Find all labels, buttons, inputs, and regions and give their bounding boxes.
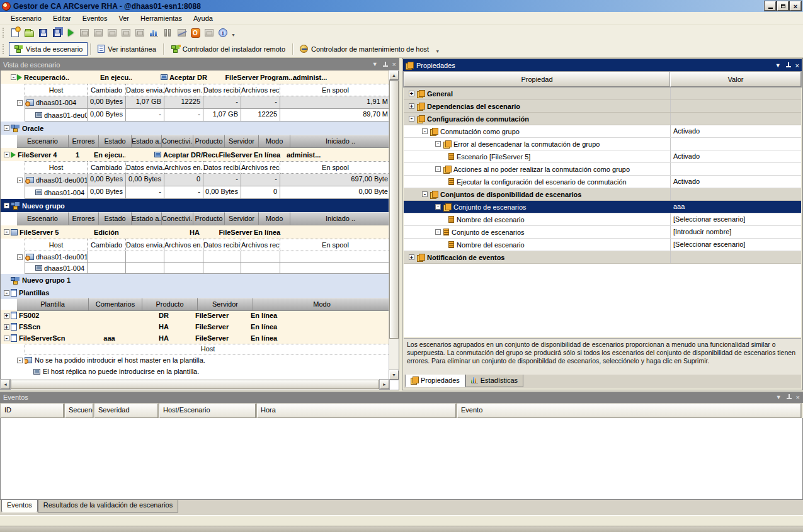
restore-data-icon[interactable] <box>92 27 105 38</box>
horizontal-scrollbar[interactable]: ◄ ► <box>1 380 389 390</box>
property-row-error-desencadenar[interactable]: Error al desencadenar la conmutación de … <box>404 138 801 150</box>
host-row-dhaas01-deu001[interactable]: dhaas01-deu001 <box>1 251 389 263</box>
host-row-dhaas01-deu001[interactable]: dhaas01-deu001 0,00 Bytes0,00 Bytes0--69… <box>1 174 389 186</box>
new-scenario-icon[interactable] <box>9 27 21 38</box>
expand-icon[interactable] <box>4 152 9 157</box>
property-row-ejecutar-configuracion[interactable]: Ejecutar la configuración del escenario … <box>404 176 801 188</box>
group-row-oracle[interactable]: Oracle <box>1 122 389 135</box>
events-list[interactable] <box>0 418 803 500</box>
stop-icon[interactable]: O <box>189 27 202 38</box>
column-valor[interactable]: Valor <box>670 72 801 87</box>
template-row-fileserverscn[interactable]: FileServerScn aaa HA FileServer En línea <box>1 332 389 344</box>
expand-icon[interactable] <box>17 100 23 106</box>
vertical-scrollbar[interactable]: ▲ ▼ <box>389 71 399 380</box>
property-row-notificacion-eventos[interactable]: Notificación de eventos <box>404 251 801 264</box>
expand-icon[interactable] <box>409 103 414 109</box>
scroll-up-icon[interactable]: ▲ <box>389 71 399 80</box>
expand-icon[interactable] <box>17 254 23 260</box>
host-row-dhaas01-004[interactable]: dhaas01-004 0,00 Bytes--0,00 Bytes00,00 … <box>1 186 389 199</box>
panel-menu-icon[interactable]: ▼ <box>776 395 782 400</box>
scenario-row-recuperacion[interactable]: Recuperació... En ejecu... Aceptar DR Fi… <box>1 71 389 84</box>
host-maintenance-icon[interactable] <box>203 27 215 38</box>
restore-button[interactable] <box>777 1 789 11</box>
run-icon[interactable] <box>64 27 77 38</box>
minimize-button[interactable] <box>765 1 776 11</box>
property-row-nombre-escenario-1[interactable]: Nombre del escenario [Seleccionar escena… <box>404 213 801 226</box>
close-button[interactable]: × <box>790 1 801 11</box>
expand-icon[interactable] <box>435 166 441 172</box>
menu-ver[interactable]: Ver <box>113 13 135 23</box>
view-toolbar-overflow-icon[interactable]: ▼ <box>434 43 441 55</box>
info-icon[interactable]: i <box>217 27 229 38</box>
expand-icon[interactable] <box>17 178 23 183</box>
menu-eventos[interactable]: Eventos <box>77 13 113 23</box>
template-row-fsscn[interactable]: FSScn HA FileServer En línea <box>1 321 389 332</box>
property-row-escenario-fileserver5[interactable]: Escenario [FileServer 5] Activado <box>404 150 801 163</box>
pin-icon[interactable] <box>382 62 388 68</box>
suspend-icon[interactable] <box>161 27 174 38</box>
template-message-master[interactable]: No se ha podido introducir el host maste… <box>1 354 389 366</box>
panel-menu-icon[interactable]: ▼ <box>775 63 781 69</box>
statistics-icon[interactable] <box>147 27 160 38</box>
property-row-dependencias[interactable]: Dependencias del escenario <box>404 100 801 113</box>
host-row-dhaas01-deu001[interactable]: dhaas01-deu001 0,00 Bytes--1,07 GB122258… <box>1 109 389 122</box>
expand-icon[interactable] <box>17 358 23 363</box>
expand-icon[interactable] <box>4 336 9 341</box>
view-button-ver-instantanea[interactable]: Ver instantánea <box>93 42 160 56</box>
expand-icon[interactable] <box>409 116 414 122</box>
property-row-conjunto-escenarios-2[interactable]: Conjunto de escenarios [Introducir nombr… <box>404 226 801 239</box>
menu-escenario[interactable]: Escenario <box>5 13 47 23</box>
expand-icon[interactable] <box>409 91 414 96</box>
column-severidad[interactable]: Severidad <box>94 404 158 418</box>
replica-integrity-icon[interactable] <box>120 27 132 38</box>
panel-menu-icon[interactable]: ▼ <box>372 62 378 67</box>
expand-icon[interactable] <box>4 324 9 330</box>
column-evento[interactable]: Evento <box>457 404 801 418</box>
pin-icon[interactable] <box>785 62 791 69</box>
expand-icon[interactable] <box>435 141 441 147</box>
tab-estadisticas[interactable]: Estadísticas <box>465 375 523 387</box>
expand-icon[interactable] <box>409 254 414 260</box>
tab-resultados-validacion[interactable]: Resultados de la validación de escenario… <box>38 500 178 512</box>
property-row-acciones[interactable]: Acciones al no poder realizar la conmuta… <box>404 163 801 176</box>
synchronize-icon[interactable] <box>78 27 91 38</box>
scrollbar-thumb[interactable] <box>389 81 399 339</box>
group-row-nuevo-grupo[interactable]: Nuevo grupo <box>1 199 389 212</box>
expand-icon[interactable] <box>435 204 441 210</box>
view-button-vista-de-escenario[interactable]: Vista de escenario <box>9 42 88 56</box>
tab-propiedades[interactable]: Propiedades <box>405 375 465 387</box>
expand-icon[interactable] <box>4 313 9 319</box>
expand-icon[interactable] <box>4 203 9 208</box>
scenario-row-fileserver-5[interactable]: FileServer 5 Edición HA FileServer En lí… <box>1 225 389 239</box>
group-row-nuevo-grupo-1[interactable]: Nuevo grupo 1 <box>1 274 389 286</box>
property-row-general[interactable]: General <box>404 88 801 100</box>
pin-icon[interactable] <box>786 394 792 400</box>
template-row-fs002[interactable]: FS002 DR FileServer En línea <box>1 310 389 321</box>
column-secuencia[interactable]: Secuenc▽ <box>65 404 93 418</box>
panel-close-icon[interactable]: × <box>795 63 799 69</box>
panel-close-icon[interactable]: × <box>392 62 396 67</box>
template-message-replica[interactable]: El host réplica no puede introducirse en… <box>1 366 389 377</box>
expand-icon[interactable] <box>422 191 428 197</box>
scrollbar-thumb[interactable] <box>11 380 379 389</box>
expand-icon[interactable] <box>4 229 9 235</box>
suspend-replication-icon[interactable] <box>175 27 188 38</box>
save-all-icon[interactable] <box>50 27 63 38</box>
menu-ayuda[interactable]: Ayuda <box>188 13 219 23</box>
tab-eventos[interactable]: Eventos <box>1 500 38 512</box>
column-propiedad[interactable]: Propiedad <box>404 72 670 87</box>
expand-icon[interactable] <box>4 125 9 131</box>
host-row-dhaas01-004[interactable]: dhaas01-004 <box>1 263 389 274</box>
property-row-nombre-escenario-2[interactable]: Nombre del escenario [Seleccionar escena… <box>404 239 801 251</box>
toolbar-grip[interactable] <box>3 28 6 38</box>
view-button-mantenimiento-host[interactable]: Controlador de mantenimiento de host <box>295 42 433 56</box>
scenario-row-fileserver-4[interactable]: FileServer 4 1 En ejecu... Aceptar DR/Re… <box>1 148 389 161</box>
column-id[interactable]: ID <box>1 404 64 418</box>
scroll-right-icon[interactable]: ► <box>380 380 389 389</box>
property-row-conjunto-escenarios-aaa[interactable]: Conjunto de escenarios aaa <box>404 201 801 213</box>
view-toolbar-grip[interactable] <box>3 44 6 54</box>
expand-icon[interactable] <box>422 128 428 134</box>
group-row-plantillas[interactable]: Plantillas <box>1 286 389 299</box>
column-host-escenario[interactable]: Host/Escenario <box>159 404 256 418</box>
difference-report-icon[interactable] <box>134 27 146 38</box>
